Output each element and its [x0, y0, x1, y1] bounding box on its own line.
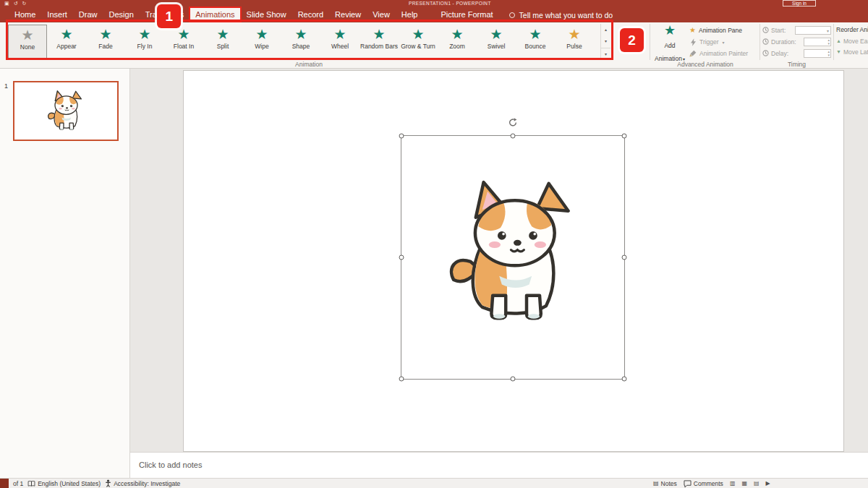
notes-pane[interactable]: Click to add notes — [130, 452, 868, 478]
animation-pane-label: Animation Pane — [699, 27, 742, 34]
trigger-button[interactable]: Trigger ▾ — [689, 36, 759, 48]
selection-handle-top-center[interactable] — [511, 134, 516, 139]
animation-effect-bounce[interactable]: ★ Bounce — [516, 25, 555, 59]
animation-effect-zoom[interactable]: ★ Zoom — [438, 25, 477, 59]
animation-effect-pulse[interactable]: ★ Pulse — [555, 25, 594, 59]
effect-label: Zoom — [449, 43, 465, 50]
animation-effect-grow-turn[interactable]: ★ Grow & Turn — [399, 25, 438, 59]
tab-review[interactable]: Review — [329, 7, 367, 22]
animation-effect-split[interactable]: ★ Split — [203, 25, 242, 59]
annotation-step-2-badge: 2 — [620, 28, 644, 52]
comments-icon — [684, 480, 692, 487]
slide-indicator: of 1 — [13, 480, 23, 487]
animation-effect-random-bars[interactable]: ★ Random Bars — [359, 25, 399, 59]
selected-picture[interactable] — [401, 135, 625, 380]
tell-me-label: Tell me what you want to do — [519, 11, 613, 20]
move-earlier-label: Move Earlier — [843, 38, 868, 45]
sign-in-button[interactable]: Sign in — [783, 0, 816, 7]
tab-view[interactable]: View — [367, 7, 396, 22]
selection-handle-middle-left[interactable] — [399, 255, 404, 260]
effect-star-icon: ★ — [490, 27, 502, 42]
selection-handle-top-left[interactable] — [399, 134, 404, 139]
timing-group: Start: ▾ Duration: ▴▾ Delay: ▴▾ — [762, 25, 831, 59]
tab-home[interactable]: Home — [9, 7, 41, 22]
animation-effect-wipe[interactable]: ★ Wipe — [242, 25, 281, 59]
move-earlier-button[interactable]: ▲ Move Earlier — [836, 35, 868, 46]
group-separator — [833, 24, 834, 60]
rotate-handle[interactable] — [509, 117, 518, 130]
duration-icon — [762, 38, 769, 46]
arrow-up-icon: ▲ — [836, 38, 841, 43]
tab-slide-show[interactable]: Slide Show — [241, 7, 292, 22]
gallery-scroll-up-button[interactable]: ▴ — [601, 24, 610, 35]
duration-input[interactable]: ▴▾ — [804, 38, 831, 46]
animation-effect-swivel[interactable]: ★ Swivel — [477, 25, 516, 59]
tab-picture-format[interactable]: Picture Format — [435, 7, 498, 22]
puppy-image — [442, 163, 585, 346]
delay-field-row: Delay: ▴▾ — [762, 48, 831, 59]
animation-effect-none[interactable]: ★ None — [8, 25, 47, 59]
tab-design[interactable]: Design — [103, 7, 140, 22]
animation-effect-wheel[interactable]: ★ Wheel — [320, 25, 359, 59]
accessibility-person-icon — [105, 479, 111, 487]
language-label: English (United States) — [38, 480, 101, 487]
effect-label: Random Bars — [360, 43, 398, 50]
timing-group-label: Timing — [762, 61, 831, 68]
tell-me-search[interactable]: Tell me what you want to do — [509, 7, 613, 22]
annotation-step-1-badge: 1 — [157, 4, 181, 28]
puppy-image-thumbnail — [46, 88, 86, 134]
effect-star-icon: ★ — [451, 27, 463, 42]
effect-star-icon: ★ — [412, 27, 424, 42]
selection-handle-middle-right[interactable] — [622, 255, 627, 260]
animation-effect-shape[interactable]: ★ Shape — [281, 25, 320, 59]
animation-effect-float-in[interactable]: ★ Float In — [164, 25, 203, 59]
slide-number: 1 — [4, 82, 8, 90]
animation-effect-fly-in[interactable]: ★ Fly In — [125, 25, 164, 59]
delay-input[interactable]: ▴▾ — [804, 49, 831, 58]
duration-field-row: Duration: ▴▾ — [762, 36, 831, 48]
arrow-down-icon: ▼ — [836, 49, 841, 54]
selection-handle-top-right[interactable] — [622, 134, 627, 139]
selection-handle-bottom-center[interactable] — [511, 377, 516, 382]
language-button[interactable]: English (United States) — [27, 480, 101, 487]
effect-label: Float In — [174, 43, 194, 50]
animation-effect-fade[interactable]: ★ Fade — [86, 25, 125, 59]
tab-draw[interactable]: Draw — [73, 7, 103, 22]
effect-star-icon: ★ — [216, 27, 229, 42]
normal-view-button[interactable]: ▥ — [730, 480, 736, 487]
gallery-more-button[interactable]: ▾ — [601, 48, 610, 60]
accessibility-button[interactable]: Accessibility: Investigate — [105, 479, 180, 487]
start-label: Start: — [771, 27, 786, 34]
slideshow-button[interactable]: ▶ — [766, 480, 770, 487]
tab-animations[interactable]: Animations 1 — [190, 7, 240, 22]
tab-insert[interactable]: Insert — [41, 7, 73, 22]
effect-star-icon: ★ — [255, 27, 268, 42]
redo-icon[interactable]: ↻ — [22, 1, 27, 7]
paintbrush-icon — [689, 50, 697, 57]
animation-pane-button[interactable]: ★ Animation Pane — [689, 25, 759, 36]
start-select[interactable]: ▾ — [795, 26, 831, 35]
slide-canvas[interactable] — [183, 70, 844, 452]
reading-view-button[interactable]: ▤ — [754, 480, 760, 487]
selection-handle-bottom-right[interactable] — [622, 377, 627, 382]
tab-help[interactable]: Help — [396, 7, 424, 22]
delay-label: Delay: — [771, 50, 788, 57]
document-title: Presentation1 - PowerPoint — [409, 1, 491, 6]
effect-label: Bounce — [525, 43, 546, 50]
selection-handle-bottom-left[interactable] — [399, 377, 404, 382]
animation-effect-appear[interactable]: ★ Appear — [47, 25, 86, 59]
ribbon-tab-bar: Home Insert Draw Design Transitions Anim… — [0, 7, 868, 22]
undo-icon[interactable]: ↺ — [14, 1, 18, 7]
tab-record[interactable]: Record — [292, 7, 329, 22]
slide-thumbnail[interactable] — [13, 81, 119, 141]
effect-star-icon: ★ — [177, 27, 190, 42]
move-later-button[interactable]: ▼ Move Later — [836, 46, 868, 57]
gallery-scroll-down-button[interactable]: ▾ — [601, 35, 610, 47]
app-icon — [0, 479, 9, 488]
notes-button[interactable]: ▤ Notes — [653, 480, 677, 487]
save-icon[interactable]: ▣ — [4, 1, 9, 7]
comments-button[interactable]: Comments — [684, 480, 723, 487]
add-animation-button[interactable]: ★ Add Animation▾ — [652, 24, 687, 60]
slide-sorter-view-button[interactable]: ▦ — [741, 480, 747, 487]
animation-painter-button[interactable]: Animation Painter — [689, 48, 759, 59]
